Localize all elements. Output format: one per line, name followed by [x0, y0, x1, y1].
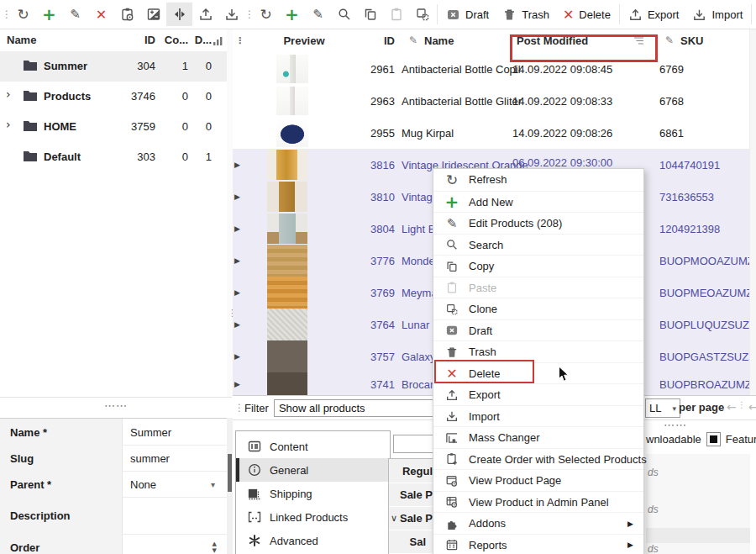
table-row[interactable]: 2955 Mug Kirpal 14.09.2022 09:08:26 6861: [233, 117, 750, 150]
edit-button[interactable]: ✎: [62, 3, 88, 26]
drag-handle-icon[interactable]: ⋯⋯: [104, 399, 128, 412]
header-grip-icon[interactable]: ⋮: [235, 35, 244, 46]
product-name[interactable]: Antibacterial Bottle Copil: [402, 63, 521, 76]
grid-search-button[interactable]: [331, 3, 357, 26]
import-button[interactable]: [218, 3, 244, 26]
grid-col-preview[interactable]: Preview: [258, 34, 350, 47]
row-expander-icon[interactable]: ▶: [234, 320, 240, 329]
export-labeled-button[interactable]: Export: [622, 3, 686, 26]
form-vertical-scrollbar[interactable]: [227, 418, 233, 554]
view-product-page-icon: [442, 474, 462, 488]
menu-item-export[interactable]: Export: [433, 383, 643, 406]
chevron-down-icon: ▾: [672, 404, 676, 413]
chevron-down-icon[interactable]: ∨: [391, 513, 397, 524]
menu-item-delete[interactable]: ✕ Delete: [433, 362, 643, 385]
draft-button[interactable]: Draft: [439, 3, 496, 26]
menu-item-copy[interactable]: Copy: [433, 255, 643, 277]
scrollbar-thumb[interactable]: [228, 454, 232, 492]
expand-chevron-icon[interactable]: ›: [6, 119, 11, 130]
export-button[interactable]: [192, 3, 218, 26]
row-expander-icon[interactable]: ▶: [234, 193, 240, 201]
tab-shipping[interactable]: Shipping: [236, 482, 390, 505]
form-panel-handle[interactable]: ⋯⋯: [0, 397, 232, 419]
grid-col-name[interactable]: Name: [424, 34, 454, 47]
tree-col-id[interactable]: ID: [116, 34, 155, 46]
delete-button[interactable]: ✕: [88, 3, 114, 26]
row-expander-icon[interactable]: ▶: [234, 256, 240, 265]
sort-icon[interactable]: [213, 36, 223, 45]
row-expander-icon[interactable]: ▶: [234, 161, 240, 169]
add-button[interactable]: +: [36, 3, 62, 26]
delete-labeled-button[interactable]: ✕ Delete: [556, 3, 617, 26]
trash-button[interactable]: Trash: [496, 3, 556, 26]
tree-col-count[interactable]: Co...: [161, 34, 188, 46]
split-view-button[interactable]: [166, 3, 192, 26]
menu-item-edit-products[interactable]: ✎ Edit Products (208): [433, 212, 643, 235]
spinner-up-icon[interactable]: ▲: [213, 541, 217, 546]
menu-item-mass-changer[interactable]: Mass Changer: [433, 426, 643, 449]
paste-button[interactable]: [383, 3, 409, 26]
image-settings-button[interactable]: [140, 3, 166, 26]
toolbar-group-grip-icon[interactable]: ⋮: [244, 10, 253, 18]
menu-item-clone[interactable]: Clone: [433, 298, 643, 320]
grid-edit-button[interactable]: ✎: [305, 3, 331, 26]
tab-general[interactable]: General: [236, 458, 390, 482]
tree-col-name[interactable]: Name: [7, 34, 36, 46]
refresh-button[interactable]: ↻: [10, 3, 36, 26]
row-expander-icon[interactable]: ▶: [234, 288, 240, 297]
menu-item-addons[interactable]: Addons ▶: [433, 512, 643, 535]
parent-select[interactable]: None: [130, 477, 156, 490]
filter-input[interactable]: [274, 399, 439, 417]
menu-item-create-order[interactable]: Create Order with Selected Products: [433, 448, 643, 471]
grid-add-button[interactable]: +: [279, 3, 305, 26]
tab-advanced[interactable]: Advanced: [236, 529, 390, 552]
copy-button[interactable]: [357, 3, 383, 26]
menu-item-add-new[interactable]: + Add New: [433, 191, 643, 214]
slug-field[interactable]: summer: [130, 451, 170, 464]
tree-row-home[interactable]: › HOME 3759 0 0: [0, 112, 227, 142]
menu-item-search[interactable]: Search: [433, 234, 643, 256]
clone-button[interactable]: [409, 3, 435, 26]
menu-item-view-product-page[interactable]: View Product Page: [433, 469, 643, 492]
menu-item-view-product-admin[interactable]: View Product in Admin Panel: [433, 491, 643, 514]
name-field[interactable]: Summer: [130, 425, 171, 438]
drag-handle-icon[interactable]: ⋯⋯: [664, 419, 687, 431]
featured-checkbox[interactable]: [706, 432, 721, 446]
tree-col-d[interactable]: D...: [190, 34, 212, 46]
preview-mode-button[interactable]: [114, 3, 140, 26]
per-page-select[interactable]: LL ▾: [645, 398, 680, 418]
tree-row-default[interactable]: Default 303 0 1: [0, 142, 227, 172]
menu-item-reports[interactable]: Reports ▶: [433, 534, 643, 554]
tree-row-summer[interactable]: Summer 304 1 0: [0, 51, 227, 82]
tree-row-products[interactable]: › Products 3746 0 0: [0, 82, 227, 112]
row-expander-icon[interactable]: ▶: [234, 352, 240, 361]
first-page-icon[interactable]: ←: [748, 400, 756, 414]
tab-content[interactable]: Content: [236, 435, 390, 458]
expand-chevron-icon[interactable]: ›: [6, 88, 11, 100]
create-order-icon: [442, 452, 462, 466]
menu-item-trash[interactable]: Trash: [433, 340, 643, 363]
import-labeled-button[interactable]: Import: [685, 3, 749, 26]
menu-item-draft[interactable]: Draft: [433, 319, 643, 342]
grid-vertical-scrollbar[interactable]: [749, 29, 756, 395]
row-expander-icon[interactable]: ▶: [234, 380, 240, 388]
panel-splitter[interactable]: ⋮: [227, 29, 233, 397]
prev-page-icon[interactable]: ←: [727, 400, 737, 414]
table-row[interactable]: 2961 Antibacterial Bottle Copil 14.09.20…: [233, 53, 750, 86]
grid-col-id[interactable]: ID: [357, 34, 395, 47]
grid-col-post-modified[interactable]: Post Modified: [517, 34, 588, 47]
grid-refresh-button[interactable]: ↻: [253, 3, 279, 26]
product-name[interactable]: Antibacterial Bottle Gliter: [402, 95, 522, 108]
menu-item-import[interactable]: Import: [433, 405, 643, 428]
table-row[interactable]: 2963 Antibacterial Bottle Gliter 14.09.2…: [233, 85, 750, 118]
product-name[interactable]: Mug Kirpal: [402, 127, 454, 140]
menu-item-refresh[interactable]: ↻ Refresh: [433, 169, 643, 191]
row-expander-icon[interactable]: ▶: [234, 224, 240, 233]
filter-funnel-icon[interactable]: [634, 37, 643, 45]
chevron-down-icon[interactable]: ▾: [211, 479, 215, 488]
tab-linked-products[interactable]: Linked Products: [236, 505, 390, 529]
filter-grip-icon[interactable]: ⋮: [234, 404, 243, 412]
grid-col-sku[interactable]: SKU: [680, 34, 703, 47]
toolbar-grip-icon[interactable]: ⋮: [2, 10, 10, 18]
spinner-down-icon[interactable]: ▼: [213, 547, 217, 553]
